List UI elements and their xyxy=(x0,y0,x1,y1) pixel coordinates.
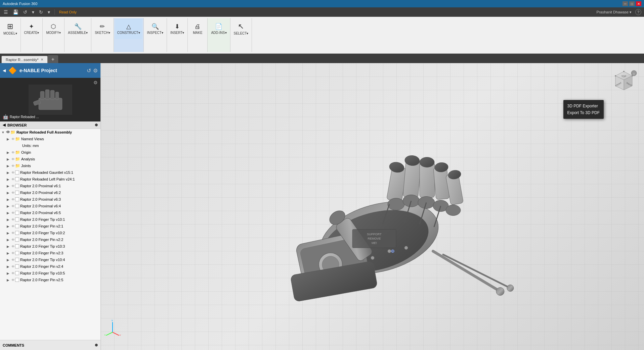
modify-button[interactable]: ⬡ MODIFY▾ xyxy=(44,19,63,39)
user-info[interactable]: Prashanit Dhawase ▾ xyxy=(596,9,633,15)
tab-assembly[interactable]: Raptor R...ssembly* ✕ xyxy=(1,56,48,63)
tree-item-fingertip5[interactable]: ▶ 👁 Raptor 2.0 Finger Tip v10:5 xyxy=(0,270,100,277)
tree-fingertip3-eye[interactable]: 👁 xyxy=(11,245,15,248)
tree-toggle-fingertip2[interactable]: ▶ xyxy=(7,231,11,235)
tree-toggle-proximal4[interactable]: ▶ xyxy=(7,204,11,208)
tree-toggle-proximal3[interactable]: ▶ xyxy=(7,198,11,201)
save-icon[interactable]: 💾 xyxy=(12,9,19,15)
addins-button[interactable]: 📄 ADD-INS▾ xyxy=(209,19,228,39)
make-button[interactable]: 🖨 MAKE xyxy=(189,19,206,39)
tree-item-fingerpin3[interactable]: ▶ 👁 Raptor 2.0 Finger Pin v2:3 xyxy=(0,250,100,256)
insert-button[interactable]: ⬇ INSERT▾ xyxy=(168,19,186,39)
tree-toggle-fingertip4[interactable]: ▶ xyxy=(7,258,11,262)
tree-toggle-fingerpin2[interactable]: ▶ xyxy=(7,238,11,242)
tree-fingerpin1-eye[interactable]: 👁 xyxy=(11,224,15,228)
viewport[interactable]: SUPPORT REMOVE ME! xyxy=(101,63,644,350)
tree-fingertip4-eye[interactable]: 👁 xyxy=(11,258,15,262)
tree-leftpalm-eye[interactable]: 👁 xyxy=(11,178,15,181)
construct-button[interactable]: △ CONSTRUCT▾ xyxy=(115,19,142,39)
tree-item-proximal2[interactable]: ▶ 👁 Raptor 2.0 Proximal v6:2 xyxy=(0,189,100,196)
tree-toggle-proximal1[interactable]: ▶ xyxy=(7,184,11,188)
tree-item-fingerpin1[interactable]: ▶ 👁 Raptor 2.0 Finger Pin v2:1 xyxy=(0,223,100,230)
tree-proximal2-eye[interactable]: 👁 xyxy=(11,191,15,195)
addon-popup-item-1[interactable]: 3D PDF Exporter xyxy=(567,103,600,109)
create-button[interactable]: ✦ CREATE▾ xyxy=(22,19,41,39)
tree-toggle-analysis[interactable]: ▶ xyxy=(7,157,11,161)
tree-item-fingertip1[interactable]: ▶ 👁 Raptor 2.0 Finger Tip v10:1 xyxy=(0,216,100,223)
tree-toggle-leftpalm[interactable]: ▶ xyxy=(7,178,11,181)
tree-toggle-fingerpin3[interactable]: ▶ xyxy=(7,251,11,255)
model-button[interactable]: ⊞ MODEL▾ xyxy=(1,19,19,39)
tree-gauntlet-eye[interactable]: 👁 xyxy=(11,171,15,174)
tree-toggle-fingertip3[interactable]: ▶ xyxy=(7,245,11,248)
tree-fingerpin4-eye[interactable]: 👁 xyxy=(11,265,15,268)
tree-toggle-fingerpin4[interactable]: ▶ xyxy=(7,265,11,268)
tree-item-fingerpin4[interactable]: ▶ 👁 Raptor 2.0 Finger Pin v2:4 xyxy=(0,263,100,270)
project-settings-icon[interactable]: ⚙ xyxy=(93,67,98,74)
project-refresh-icon[interactable]: ↺ xyxy=(87,67,91,74)
tree-proximal5-eye[interactable]: 👁 xyxy=(11,211,15,215)
tab-assembly-close[interactable]: ✕ xyxy=(41,58,43,61)
tree-toggle-gauntlet[interactable]: ▶ xyxy=(7,171,11,174)
tree-toggle-origin[interactable]: ▶ xyxy=(7,151,11,154)
undo-dropdown-icon[interactable]: ▾ xyxy=(31,9,35,15)
viewcube[interactable]: ⌂ TOP RIGHT FRONT xyxy=(610,70,637,97)
tree-item-proximal1[interactable]: ▶ 👁 Raptor 2.0 Proximal v6:1 xyxy=(0,183,100,189)
tree-item-joints[interactable]: ▶ 👁 📁 Joints xyxy=(0,162,100,169)
redo-dropdown-icon[interactable]: ▾ xyxy=(47,9,51,15)
tree-proximal3-eye[interactable]: 👁 xyxy=(11,198,15,201)
tree-fingerpin3-eye[interactable]: 👁 xyxy=(11,251,15,255)
tree-toggle-fingerpin1[interactable]: ▶ xyxy=(7,224,11,228)
tree-item-proximal4[interactable]: ▶ 👁 Raptor 2.0 Proximal v6:4 xyxy=(0,203,100,209)
tree-item-root[interactable]: ▼ 👁 📁 Raptor Reloaded Full Assembly xyxy=(0,129,100,136)
project-back-button[interactable]: ◀ xyxy=(3,68,6,73)
tree-item-fingerpin5[interactable]: ▶ 👁 Raptor 2.0 Finger Pin v2:5 xyxy=(0,277,100,283)
redo-icon[interactable]: ↻ xyxy=(38,9,44,15)
comments-expand-icon[interactable]: ⊕ xyxy=(95,343,98,347)
tree-toggle-fingertip5[interactable]: ▶ xyxy=(7,271,11,275)
tree-item-leftpalm[interactable]: ▶ 👁 Raptor Reloaded Left Palm v24:1 xyxy=(0,176,100,183)
minimize-button[interactable]: ─ xyxy=(622,1,628,6)
tree-item-fingertip4[interactable]: ▶ 👁 Raptor 2.0 Finger Tip v10:4 xyxy=(0,256,100,263)
tree-item-origin[interactable]: ▶ 👁 📁 Origin xyxy=(0,149,100,156)
help-icon[interactable]: ? xyxy=(635,9,641,15)
tree-toggle-proximal5[interactable]: ▶ xyxy=(7,211,11,215)
maximize-button[interactable]: □ xyxy=(629,1,635,6)
inspect-button[interactable]: 🔍 INSPECT▾ xyxy=(145,19,165,39)
tree-origin-eye[interactable]: 👁 xyxy=(11,151,15,154)
thumbnail-settings-icon[interactable]: ⚙ xyxy=(93,80,98,85)
tree-item-gauntlet[interactable]: ▶ 👁 Raptor Reloaded Gauntlet v15:1 xyxy=(0,169,100,176)
tree-item-proximal3[interactable]: ▶ 👁 Raptor 2.0 Proximal v6:3 xyxy=(0,196,100,203)
tree-fingerpin2-eye[interactable]: 👁 xyxy=(11,238,15,242)
tree-proximal1-eye[interactable]: 👁 xyxy=(11,184,15,188)
tree-item-fingertip2[interactable]: ▶ 👁 Raptor 2.0 Finger Tip v10:2 xyxy=(0,230,100,236)
tree-analysis-eye[interactable]: 👁 xyxy=(11,157,15,161)
tree-item-named-views[interactable]: ▶ 👁 📁 Named Views xyxy=(0,136,100,142)
menu-icon[interactable]: ☰ xyxy=(3,9,9,15)
tree-item-fingertip3[interactable]: ▶ 👁 Raptor 2.0 Finger Tip v10:3 xyxy=(0,243,100,250)
tree-fingertip1-eye[interactable]: 👁 xyxy=(11,218,15,221)
tree-item-proximal5[interactable]: ▶ 👁 Raptor 2.0 Proximal v6:5 xyxy=(0,209,100,216)
thumbnail-area[interactable]: ⚙ 🤖 Raptor Reloaded . xyxy=(0,78,100,121)
tree-toggle-fingerpin5[interactable]: ▶ xyxy=(7,278,11,282)
close-button[interactable]: ✕ xyxy=(636,1,641,6)
undo-icon[interactable]: ↺ xyxy=(22,9,28,15)
tree-toggle-named-views[interactable]: ▶ xyxy=(7,137,11,141)
tree-fingerpin5-eye[interactable]: 👁 xyxy=(11,278,15,282)
select-button[interactable]: ↖ SELECT▾ xyxy=(232,19,251,39)
tree-named-views-eye[interactable]: 👁 xyxy=(11,137,15,141)
tree-item-fingerpin2[interactable]: ▶ 👁 Raptor 2.0 Finger Pin v2:2 xyxy=(0,236,100,243)
tree-toggle-root[interactable]: ▼ xyxy=(1,131,6,134)
addon-popup-item-2[interactable]: Export To 3D PDF xyxy=(567,109,600,116)
assemble-button[interactable]: 🔧 ASSEMBLE▾ xyxy=(66,19,90,39)
browser-expand-icon[interactable]: ⊕ xyxy=(95,123,98,127)
tree-toggle-proximal2[interactable]: ▶ xyxy=(7,191,11,195)
sketch-button[interactable]: ✏ SKETCH▾ xyxy=(93,19,112,39)
tree-item-analysis[interactable]: ▶ 👁 📁 Analysis xyxy=(0,156,100,162)
browser-collapse-icon[interactable]: ◀ xyxy=(3,123,5,127)
tree-fingertip5-eye[interactable]: 👁 xyxy=(11,271,15,275)
tree-fingertip2-eye[interactable]: 👁 xyxy=(11,231,15,235)
tree-visibility-icon[interactable]: 👁 xyxy=(6,130,10,135)
tree-toggle-joints[interactable]: ▶ xyxy=(7,164,11,168)
tree-toggle-fingertip1[interactable]: ▶ xyxy=(7,218,11,221)
